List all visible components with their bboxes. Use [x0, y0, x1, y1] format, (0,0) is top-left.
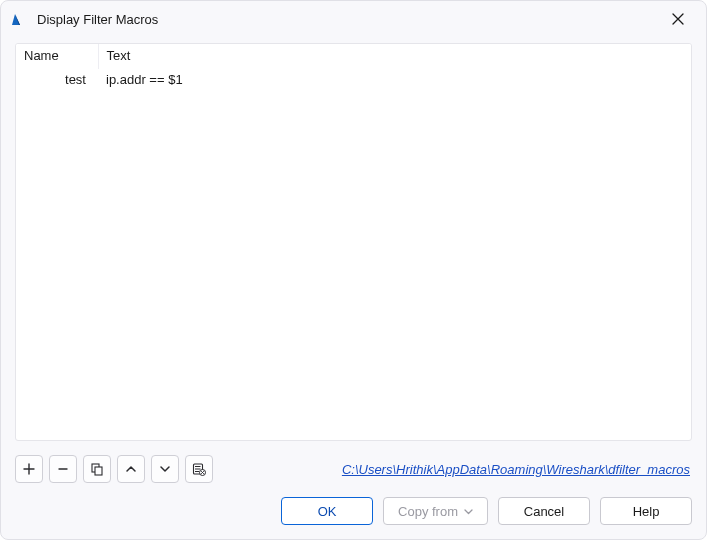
window-title: Display Filter Macros — [37, 12, 662, 27]
minus-icon — [57, 463, 69, 475]
close-button[interactable] — [662, 5, 694, 33]
dialog-button-row: OK Copy from Cancel Help — [15, 497, 692, 525]
help-button[interactable]: Help — [600, 497, 692, 525]
cancel-button[interactable]: Cancel — [498, 497, 590, 525]
wireshark-fin-icon — [11, 10, 29, 28]
chevron-up-icon — [125, 463, 137, 475]
svg-rect-1 — [95, 467, 102, 475]
dialog-content: Name Text test ip.addr == $1 — [1, 37, 706, 539]
ok-button-label: OK — [318, 504, 337, 519]
cancel-button-label: Cancel — [524, 504, 564, 519]
plus-icon — [23, 463, 35, 475]
chevron-down-icon — [159, 463, 171, 475]
copy-from-label: Copy from — [398, 504, 458, 519]
help-button-label: Help — [633, 504, 660, 519]
macros-table[interactable]: Name Text test ip.addr == $1 — [15, 43, 692, 441]
profile-path-link[interactable]: C:\Users\Hrithik\AppData\Roaming\Wiresha… — [342, 462, 692, 477]
clear-list-icon — [192, 462, 206, 476]
toolbar: C:\Users\Hrithik\AppData\Roaming\Wiresha… — [15, 455, 692, 483]
ok-button[interactable]: OK — [281, 497, 373, 525]
table-empty-area[interactable] — [16, 90, 691, 440]
move-down-button[interactable] — [151, 455, 179, 483]
titlebar: Display Filter Macros — [1, 1, 706, 37]
column-header-name[interactable]: Name — [16, 44, 98, 69]
chevron-down-icon — [464, 507, 473, 516]
move-up-button[interactable] — [117, 455, 145, 483]
column-header-text[interactable]: Text — [98, 44, 691, 69]
clear-button[interactable] — [185, 455, 213, 483]
copy-button[interactable] — [83, 455, 111, 483]
table-row[interactable]: test ip.addr == $1 — [16, 69, 691, 90]
add-button[interactable] — [15, 455, 43, 483]
table-header-row: Name Text — [16, 44, 691, 69]
dialog-window: Display Filter Macros Name Text test — [0, 0, 707, 540]
close-icon — [672, 13, 684, 25]
copy-icon — [91, 463, 104, 476]
cell-name[interactable]: test — [16, 69, 98, 90]
remove-button[interactable] — [49, 455, 77, 483]
copy-from-button[interactable]: Copy from — [383, 497, 488, 525]
cell-text[interactable]: ip.addr == $1 — [98, 69, 691, 90]
